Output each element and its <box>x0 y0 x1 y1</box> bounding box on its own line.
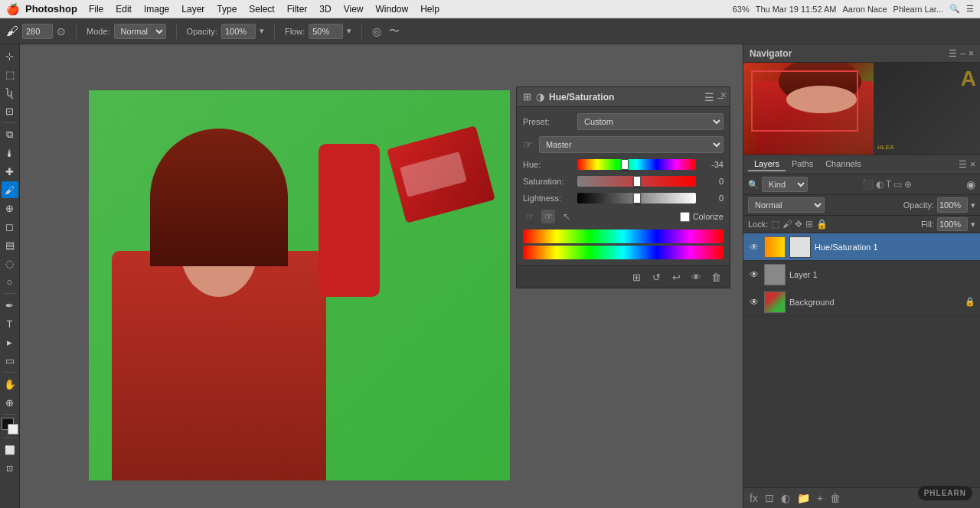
layer-item[interactable]: 👁 <box>743 233 980 261</box>
opacity-input[interactable] <box>221 24 256 39</box>
hand-pointer-icon[interactable]: ☞ <box>523 138 533 151</box>
dodge-tool[interactable]: ○ <box>2 273 18 290</box>
filter-smart-icon[interactable]: ⊕ <box>904 179 912 190</box>
menu-image[interactable]: Image <box>139 2 175 16</box>
pointer-tool-icon[interactable]: ↖ <box>560 210 573 223</box>
menu-layer[interactable]: Layer <box>176 2 210 16</box>
tab-layers[interactable]: Layers <box>748 158 786 171</box>
new-layer-icon[interactable]: + <box>815 490 825 506</box>
hue-track[interactable] <box>577 159 696 170</box>
delete-layer-icon[interactable]: 🗑 <box>828 490 842 506</box>
shape-tool[interactable]: ▭ <box>2 352 18 369</box>
marquee-tool[interactable]: ⬚ <box>2 66 18 83</box>
quick-select-tool[interactable]: ⊡ <box>2 103 18 119</box>
properties-icon-btn[interactable]: ⊞ <box>523 91 531 103</box>
crop-tool[interactable]: ⧉ <box>2 126 18 143</box>
group-icon[interactable]: 📁 <box>795 490 812 506</box>
menu-window[interactable]: Window <box>371 2 414 16</box>
layer-item[interactable]: 👁 Layer 1 <box>743 261 980 288</box>
undo-icon[interactable]: ↩ <box>668 269 684 285</box>
background-color[interactable] <box>8 424 18 435</box>
brush-icon[interactable]: 🖌 <box>6 24 18 38</box>
add-mask-icon[interactable]: ⊡ <box>763 490 776 506</box>
color-swatch[interactable] <box>2 418 18 435</box>
menu-view[interactable]: View <box>338 2 369 16</box>
brush-hardness-icon[interactable]: ⊙ <box>57 25 66 37</box>
panel-menu-icon[interactable]: ☰ <box>704 91 714 103</box>
brush-tool[interactable]: 🖌 <box>2 181 18 198</box>
layer-item[interactable]: 👁 Background 🔒 <box>743 288 980 316</box>
navigator-viewport-box[interactable] <box>751 70 858 132</box>
colorize-checkbox[interactable] <box>680 212 690 222</box>
hand-tool[interactable]: ✋ <box>2 376 18 392</box>
mask-icon-btn[interactable]: ◑ <box>536 91 544 103</box>
smoothing-icon[interactable]: 〜 <box>389 24 400 38</box>
filter-type-icon[interactable]: T <box>886 179 891 190</box>
saturation-track[interactable] <box>577 176 696 187</box>
brush-size-input[interactable] <box>22 24 53 39</box>
screen-mode-btn[interactable]: ⊡ <box>2 460 18 477</box>
airbrush-icon[interactable]: ◎ <box>372 25 381 37</box>
navigator-collapse-icon[interactable]: – <box>960 48 965 59</box>
layer-1-visibility[interactable]: 👁 <box>748 269 760 281</box>
finger-tool-icon[interactable]: ☞ <box>523 210 537 223</box>
lock-all-icon[interactable]: 🔒 <box>816 219 828 230</box>
lasso-tool[interactable]: ʯ <box>2 84 18 101</box>
saturation-thumb[interactable] <box>633 176 641 187</box>
layers-menu-icon[interactable]: ☰ <box>959 159 967 170</box>
lock-position-icon[interactable]: ✥ <box>795 219 802 230</box>
blur-tool[interactable]: ◌ <box>2 255 18 272</box>
layers-filter-select[interactable]: Kind Name Effect <box>762 177 808 192</box>
menu-3d[interactable]: 3D <box>314 2 336 16</box>
navigator-menu-icon[interactable]: ☰ <box>949 48 957 59</box>
mode-select[interactable]: Normal Multiply Screen <box>114 24 166 39</box>
menu-file[interactable]: File <box>83 2 109 16</box>
lock-pixels-icon[interactable]: 🖌 <box>782 219 792 230</box>
menu-edit[interactable]: Edit <box>110 2 137 16</box>
blend-mode-select[interactable]: Normal Multiply Screen Overlay <box>748 197 825 213</box>
filter-adjust-icon[interactable]: ◐ <box>876 179 884 190</box>
pen-tool[interactable]: ✒ <box>2 297 18 314</box>
layer-2-visibility[interactable]: 👁 <box>748 296 760 308</box>
healing-tool[interactable]: ✚ <box>2 163 18 180</box>
quick-mask-btn[interactable]: ⬜ <box>2 441 18 458</box>
lightness-thumb[interactable] <box>633 193 641 204</box>
menu-filter[interactable]: Filter <box>282 2 313 16</box>
zoom-tool[interactable]: ⊕ <box>2 394 18 411</box>
visibility-toggle-icon[interactable]: 👁 <box>688 269 704 285</box>
fx-icon[interactable]: fx <box>748 490 760 506</box>
hue-thumb[interactable] <box>621 159 629 170</box>
adjustment-icon[interactable]: ◐ <box>779 490 792 506</box>
fill-field[interactable] <box>937 217 968 231</box>
eyedropper-tool[interactable]: 🌡 <box>2 145 18 161</box>
reset-icon[interactable]: ↺ <box>648 269 664 285</box>
menu-select[interactable]: Select <box>243 2 279 16</box>
properties-close-btn[interactable]: × <box>720 89 727 101</box>
path-tool[interactable]: ▸ <box>2 334 18 350</box>
filter-toggle[interactable]: ◉ <box>966 178 975 190</box>
fill-arrow-icon[interactable]: ▾ <box>971 220 975 230</box>
lightness-track[interactable] <box>577 193 696 204</box>
lock-artboard-icon[interactable]: ⊞ <box>805 219 813 230</box>
flow-toggle-icon[interactable]: ▾ <box>347 26 351 36</box>
flow-input[interactable] <box>309 24 343 39</box>
lock-transparent-icon[interactable]: ⬚ <box>771 219 779 230</box>
navigator-close-icon[interactable]: × <box>969 48 974 59</box>
move-tool[interactable]: ⊹ <box>2 47 18 64</box>
drag-tool-icon[interactable]: ☞ <box>541 210 555 223</box>
tab-channels[interactable]: Channels <box>819 158 867 171</box>
text-tool[interactable]: T <box>2 315 18 332</box>
delete-icon[interactable]: 🗑 <box>708 269 724 285</box>
menu-type[interactable]: Type <box>211 2 242 16</box>
search-icon[interactable]: 🔍 <box>949 4 960 14</box>
gradient-tool[interactable]: ▤ <box>2 236 18 253</box>
mask-add-icon[interactable]: ⊞ <box>629 269 644 285</box>
filter-shape-icon[interactable]: ▭ <box>893 179 902 190</box>
eraser-tool[interactable]: ◻ <box>2 218 18 235</box>
tab-paths[interactable]: Paths <box>786 158 819 171</box>
preset-select[interactable]: Custom Default <box>577 113 724 130</box>
opacity-toggle-icon[interactable]: ▾ <box>260 26 264 36</box>
navigator-header[interactable]: Navigator ☰ – × <box>743 44 980 63</box>
opacity-arrow-icon[interactable]: ▾ <box>971 200 975 210</box>
opacity-field[interactable] <box>937 197 968 213</box>
